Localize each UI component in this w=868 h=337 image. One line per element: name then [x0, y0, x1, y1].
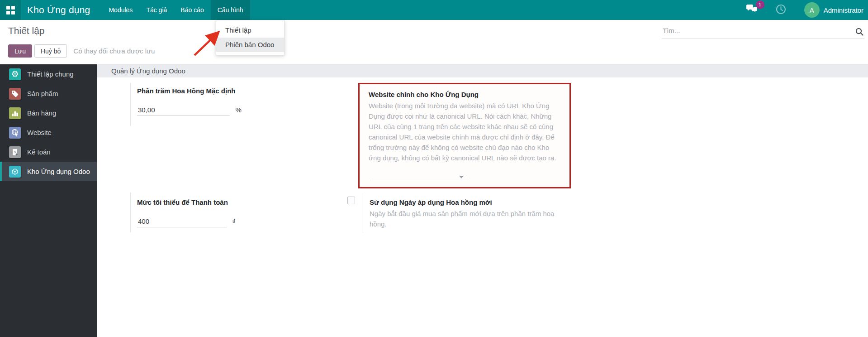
- svg-text:$: $: [14, 150, 16, 154]
- apps-menu-button[interactable]: [0, 0, 21, 20]
- highlighted-setting-box: Website chính cho Kho Ứng Dụng Website (…: [358, 83, 571, 188]
- search-bar: [662, 24, 864, 39]
- sidebar-item-general-settings[interactable]: ⚙ Thiết lập chung: [0, 64, 97, 84]
- nav-item-authors[interactable]: Tác giả: [139, 0, 174, 20]
- sidebar-item-website[interactable]: Website: [0, 123, 97, 142]
- setting-label: Website chính cho Kho Ứng Dụng: [369, 91, 560, 98]
- sidebar-item-label: Kho Ứng dụng Odoo: [27, 168, 90, 175]
- page-title: Thiết lập: [8, 25, 45, 36]
- chevron-down-icon: [459, 176, 464, 178]
- commission-date-checkbox[interactable]: [347, 197, 355, 204]
- setting-label: Mức tối thiểu để Thanh toán: [137, 198, 338, 206]
- setting-help-text: Website (trong môi trường đa website) mà…: [369, 101, 560, 163]
- sidebar-item-label: Website: [27, 129, 52, 136]
- bar-chart-icon: [9, 107, 21, 119]
- discard-button[interactable]: Huỷ bỏ: [34, 44, 67, 58]
- section-header: Quản lý Ứng dụng Odoo: [97, 64, 868, 77]
- navbar-systray: 1 A Administrator: [746, 0, 863, 20]
- main-menu: Modules Tác giả Báo cáo Cấu hình: [102, 0, 250, 20]
- save-button[interactable]: Lưu: [8, 44, 32, 58]
- minimum-payout-input[interactable]: [137, 217, 227, 227]
- notification-badge: 1: [756, 0, 764, 9]
- app-title[interactable]: Kho Ứng dụng: [27, 5, 90, 15]
- setting-help-text: Ngày bắt đầu giá mua sản phẩm mới dựa tr…: [370, 208, 565, 229]
- odoo-settings-window: Kho Ứng dụng Modules Tác giả Báo cáo Cấu…: [0, 0, 868, 337]
- setting-commission-apply-date: Sử dụng Ngày áp dụng Hoa hồng mới Ngày b…: [338, 193, 571, 242]
- user-menu[interactable]: A Administrator: [804, 2, 863, 18]
- messages-button[interactable]: 1: [746, 4, 759, 16]
- control-panel: Thiết lập Lưu Huỷ bỏ Có thay đổi chưa đư…: [0, 20, 868, 64]
- activities-button[interactable]: [776, 4, 786, 16]
- settings-sidebar: ⚙ Thiết lập chung Sản phẩm Bán hàng Webs…: [0, 64, 97, 337]
- sidebar-item-label: Kế toán: [27, 148, 51, 156]
- setting-minimum-payout: Mức tối thiểu để Thanh toán ₫: [106, 193, 338, 242]
- website-select[interactable]: [370, 172, 467, 181]
- gear-icon: ⚙: [9, 68, 21, 80]
- apps-grid-icon: [6, 6, 15, 14]
- sidebar-item-label: Bán hàng: [27, 109, 56, 117]
- top-navbar: Kho Ứng dụng Modules Tác giả Báo cáo Cấu…: [0, 0, 868, 20]
- cube-icon: [9, 166, 21, 178]
- sidebar-item-label: Thiết lập chung: [27, 70, 74, 78]
- setting-label: Sử dụng Ngày áp dụng Hoa hồng mới: [370, 198, 571, 206]
- configuration-dropdown: Thiết lập Phiên bản Odoo: [216, 20, 285, 55]
- clock-icon: [776, 4, 786, 14]
- user-name: Administrator: [824, 6, 863, 14]
- percent-suffix: %: [235, 106, 241, 114]
- sidebar-item-label: Sản phẩm: [27, 90, 58, 97]
- sidebar-item-sales[interactable]: Bán hàng: [0, 103, 97, 123]
- nav-item-modules[interactable]: Modules: [102, 0, 139, 20]
- tag-icon: [9, 88, 21, 100]
- dropdown-item-settings[interactable]: Thiết lập: [216, 23, 284, 38]
- unsaved-changes-note: Có thay đổi chưa được lưu: [73, 47, 155, 55]
- sidebar-item-odoo-apps-store[interactable]: Kho Ứng dụng Odoo: [0, 162, 97, 181]
- dropdown-item-odoo-version[interactable]: Phiên bản Odoo: [216, 38, 284, 52]
- commission-percent-input[interactable]: [137, 106, 230, 116]
- sidebar-item-products[interactable]: Sản phẩm: [0, 84, 97, 103]
- currency-suffix: ₫: [232, 217, 236, 225]
- sidebar-item-accounting[interactable]: $ Kế toán: [0, 142, 97, 162]
- search-input[interactable]: [662, 24, 843, 34]
- nav-item-reports[interactable]: Báo cáo: [174, 0, 210, 20]
- setting-label: Phần trăm Hoa Hồng Mặc định: [137, 87, 338, 95]
- setting-default-commission: Phần trăm Hoa Hồng Mặc định %: [106, 83, 338, 192]
- section-title: Quản lý Ứng dụng Odoo: [111, 67, 185, 75]
- invoice-icon: $: [9, 146, 21, 158]
- setting-main-website: Website chính cho Kho Ứng Dụng Website (…: [338, 83, 571, 192]
- avatar: A: [804, 2, 820, 18]
- search-icon[interactable]: [855, 28, 863, 36]
- nav-item-configuration[interactable]: Cấu hình: [211, 0, 250, 20]
- globe-icon: [9, 127, 21, 139]
